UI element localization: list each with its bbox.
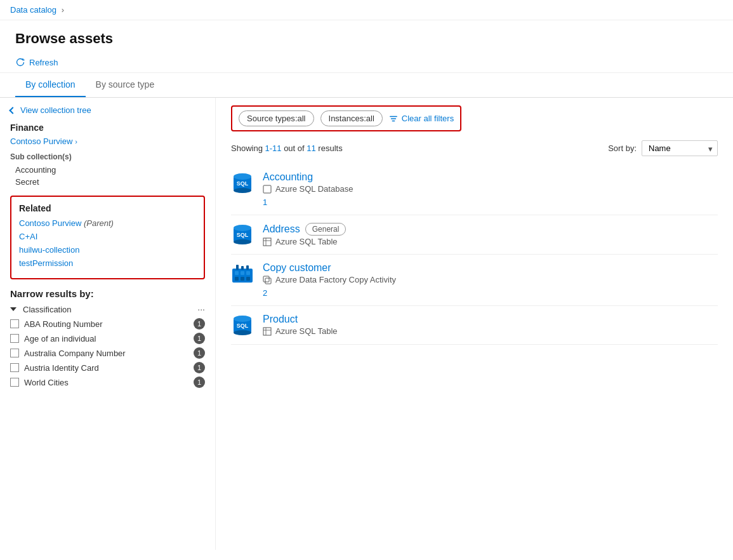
checkbox-aba[interactable] [10,319,19,328]
filter-item-australia: Australia Company Number 1 [10,347,205,359]
checkbox-age[interactable] [10,334,19,343]
filter-austria-label: Austria Identity Card [24,363,99,373]
related-contoso-suffix: (Parent) [84,218,114,228]
asset-address-type: Azure SQL Table [263,237,718,246]
checkbox-australia[interactable] [10,349,19,357]
classification-label: Classification [23,305,72,314]
contoso-purview-link[interactable]: Contoso Purview › [10,137,205,146]
asset-address-name[interactable]: Address General [263,223,718,236]
right-panel: Source types : all Instances : all Clear… [216,98,733,550]
sort-label: Sort by: [608,143,637,153]
main-content: View collection tree Finance Contoso Pur… [0,98,733,550]
tab-by-source-type[interactable]: By source type [86,73,165,97]
breadcrumb-separator: › [62,5,64,15]
filter-austria-count: 1 [194,362,205,373]
results-total: 11 [307,143,315,153]
filter-aba-count: 1 [194,318,205,330]
filter-australia-label: Australia Company Number [24,349,126,358]
view-collection-button[interactable]: View collection tree [10,105,91,115]
asset-product-icon: SQL [231,314,254,337]
related-contoso-label: Contoso Purview [19,218,81,228]
svg-rect-14 [241,271,244,275]
asset-accounting: SQL Accounting Azure SQL Database 1 [231,164,718,215]
asset-copycustomer-count[interactable]: 2 [263,288,718,298]
contoso-purview-label: Contoso Purview [10,137,72,146]
source-types-value: all [298,114,306,123]
svg-rect-16 [235,277,239,281]
related-title: Related [19,203,196,213]
asset-product-name[interactable]: Product [263,314,718,325]
factory-icon [231,262,254,285]
address-general-badge: General [305,223,347,236]
copy-activity-icon [263,276,272,284]
filter-aba-label: ABA Routing Number [24,319,103,329]
sql-icon-product: SQL [231,314,254,337]
source-types-label: Source types [247,114,295,123]
clear-filters-button[interactable]: Clear all filters [389,114,454,123]
svg-point-6 [234,225,251,231]
checkbox-austria[interactable] [10,363,19,372]
asset-product-type-label: Azure SQL Table [275,326,338,336]
sub-item-secret[interactable]: Secret [10,176,205,188]
asset-accounting-type: Azure SQL Database [263,184,718,194]
asset-accounting-type-label: Azure SQL Database [275,184,353,194]
svg-rect-18 [246,277,250,281]
filter-item-aba: ABA Routing Number 1 [10,318,205,330]
filter-bar: Source types : all Instances : all Clear… [231,105,461,131]
svg-text:SQL: SQL [237,180,249,187]
tab-by-collection[interactable]: By collection [15,73,86,97]
related-cai[interactable]: C+AI [19,232,196,241]
filter-age-count: 1 [194,333,205,344]
svg-rect-4 [263,185,271,193]
refresh-button[interactable]: Refresh [15,57,58,67]
filter-worldcities-count: 1 [194,377,205,388]
filter-age-label: Age of an individual [24,334,96,343]
asset-address-type-label: Azure SQL Table [275,237,338,246]
asset-product-info: Product Azure SQL Table [263,314,718,336]
breadcrumb-datacatalog[interactable]: Data catalog [10,5,56,15]
results-summary: Showing 1-11 out of 11 results [231,143,343,153]
related-testpermission[interactable]: testPermission [19,258,196,268]
svg-rect-21 [246,265,249,270]
sort-select[interactable]: Name Relevance Last Modified [642,140,718,156]
table-icon [263,237,272,246]
view-collection-label: View collection tree [20,105,91,115]
results-highlight: 1-11 [265,143,281,153]
instances-value: all [366,114,374,123]
related-huilwu[interactable]: huilwu-collection [19,245,196,255]
svg-rect-17 [241,277,244,281]
refresh-label: Refresh [29,58,58,67]
svg-text:SQL: SQL [237,232,249,238]
svg-point-26 [234,330,251,335]
svg-point-7 [234,239,251,244]
source-types-filter[interactable]: Source types : all [239,110,314,126]
svg-rect-19 [236,265,239,270]
asset-address-icon: SQL [231,223,254,246]
asset-copycustomer-name[interactable]: Copy customer [263,262,718,274]
asset-accounting-name[interactable]: Accounting [263,171,718,183]
svg-text:SQL: SQL [237,323,249,329]
classification-toggle[interactable]: Classification [10,305,72,314]
sql-icon-address: SQL [231,223,254,246]
instances-label: Instances [329,114,364,123]
results-info: Showing 1-11 out of 11 results Sort by: … [231,140,718,156]
asset-product-type: Azure SQL Table [263,326,718,336]
svg-point-2 [234,188,251,193]
instances-filter[interactable]: Instances : all [320,110,383,126]
asset-copycustomer-icon [231,262,254,285]
asset-copycustomer-info: Copy customer Azure Data Factory Copy Ac… [263,262,718,298]
asset-copycustomer-type: Azure Data Factory Copy Activity [263,275,718,284]
chevron-left-icon [9,107,16,114]
sort-container: Sort by: Name Relevance Last Modified [608,140,718,156]
classification-filter: Classification ··· ABA Routing Number 1 … [10,304,205,388]
svg-point-1 [234,173,251,180]
asset-address: SQL Address General Azure SQL Table [231,215,718,255]
checkbox-worldcities[interactable] [10,378,19,387]
tabs-bar: By collection By source type [0,73,733,98]
asset-copycustomer: Copy customer Azure Data Factory Copy Ac… [231,255,718,306]
asset-accounting-count[interactable]: 1 [263,197,718,207]
clear-filters-label: Clear all filters [402,114,454,123]
classification-more-icon[interactable]: ··· [197,304,205,314]
sub-item-accounting[interactable]: Accounting [10,164,205,176]
related-contoso-purview[interactable]: Contoso Purview (Parent) [19,218,196,228]
